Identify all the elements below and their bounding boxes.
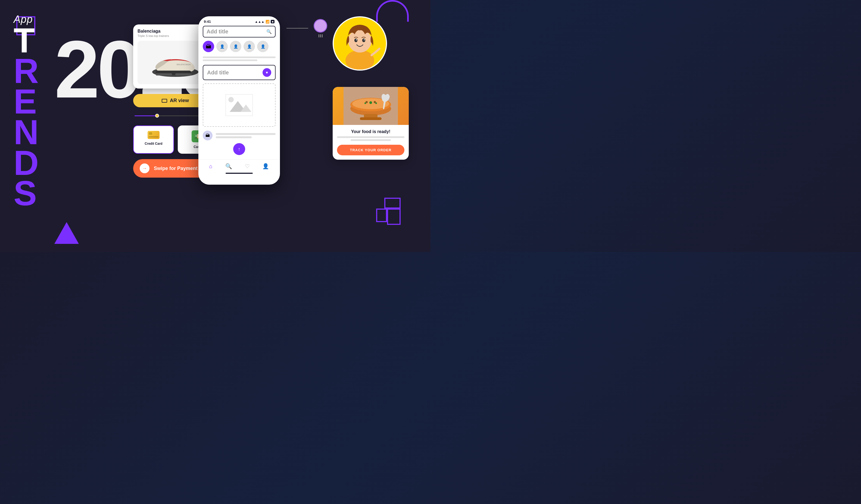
svg-point-12 <box>354 39 358 42</box>
text-n: N <box>14 117 100 148</box>
ar-corners-icon <box>162 99 167 103</box>
shoe-svg: BALENCIAGA <box>148 45 203 80</box>
food-card: Your food is ready! TRACK YOUR ORDER <box>333 87 409 160</box>
profile-avatar-svg <box>334 16 386 71</box>
food-card-content: Your food is ready! TRACK YOUR ORDER <box>333 125 409 160</box>
avatar-5[interactable]: 👤 <box>257 41 269 52</box>
phone-home-indicator <box>226 173 253 174</box>
svg-rect-26 <box>360 117 382 120</box>
phone-title-placeholder: Add title <box>207 70 229 76</box>
search-icon[interactable]: 🔍 <box>266 29 272 34</box>
phone-search-bar[interactable]: Add title 🔍 <box>203 26 276 38</box>
avatar-2[interactable]: 👤 <box>216 41 228 52</box>
nav-search-icon[interactable]: 🔍 <box>225 163 232 169</box>
svg-point-23 <box>366 101 368 103</box>
nav-heart-icon[interactable]: ♡ <box>245 163 250 169</box>
food-line-2 <box>351 139 391 141</box>
avatar-3[interactable]: 👤 <box>230 41 241 52</box>
food-svg <box>343 87 398 125</box>
food-image <box>333 87 409 125</box>
credit-card-option[interactable]: Credit Card <box>133 125 174 154</box>
text-s: S <box>14 178 100 209</box>
svg-point-10 <box>345 50 374 71</box>
bulb-icon <box>314 19 327 32</box>
placeholder-image-icon <box>226 94 253 116</box>
phone-time: 9:41 <box>204 19 211 24</box>
food-line-1 <box>337 136 405 138</box>
svg-point-8 <box>228 97 234 102</box>
swipe-button-label: Swipe for Payment <box>154 166 197 171</box>
nav-home-icon[interactable]: ⌂ <box>209 163 212 169</box>
svg-rect-3 <box>175 73 192 75</box>
content-row: 🏔 <box>203 131 276 140</box>
slider-thumb <box>155 114 159 117</box>
image-placeholder <box>203 83 276 127</box>
profile-photo <box>333 16 387 71</box>
search-placeholder: Add title <box>207 29 264 35</box>
shoe-brand: Balenciaga <box>137 29 169 34</box>
triangle-decoration <box>54 222 79 244</box>
credit-card-icon <box>148 131 160 139</box>
avatar-active[interactable]: 🏔 <box>203 41 214 52</box>
svg-point-14 <box>356 39 357 40</box>
heart-icon[interactable]: ♥ <box>262 68 271 77</box>
phone-title-card: Add title ♥ <box>203 65 276 80</box>
track-order-button[interactable]: TRACK YOUR ORDER <box>337 145 405 155</box>
phone-content: Add title 🔍 🏔 👤 👤 👤 👤 <box>199 26 280 140</box>
svg-point-13 <box>362 39 366 42</box>
svg-point-24 <box>374 101 376 103</box>
phone-fab-button[interactable]: ↑ <box>233 143 245 155</box>
swipe-arrow-icon: → <box>140 164 150 173</box>
phone-status-bar: 9:41 ▲▲▲ 📶 ■ <box>199 16 280 26</box>
wifi-icon: 📶 <box>265 20 270 24</box>
svg-point-20 <box>369 101 372 104</box>
food-ready-label: Your food is ready! <box>337 129 405 134</box>
avatar-row: 🏔 👤 👤 👤 👤 <box>203 41 276 52</box>
svg-point-15 <box>364 39 365 40</box>
light-bulb-decoration: ← <box>275 19 327 38</box>
content-lines <box>216 133 276 138</box>
shoe-model: Triple S low-top trainers <box>137 34 169 38</box>
phone-mockup: 9:41 ▲▲▲ 📶 ■ Add title 🔍 🏔 👤 👤 👤 <box>199 16 280 185</box>
content-avatar: 🏔 <box>203 131 213 140</box>
phone-nav: ⌂ 🔍 ♡ 👤 <box>199 159 280 172</box>
svg-text:BALENCIAGA: BALENCIAGA <box>177 63 191 66</box>
content-line-1 <box>216 133 276 135</box>
nav-profile-icon[interactable]: 👤 <box>262 163 269 169</box>
deco-squares-right <box>376 198 409 230</box>
content-line-2 <box>216 136 252 138</box>
avatar-4[interactable]: 👤 <box>244 41 255 52</box>
svg-rect-2 <box>156 73 172 75</box>
food-lines <box>337 136 405 141</box>
slider-track <box>135 115 208 116</box>
battery-icon: ■ <box>271 20 274 23</box>
signal-icon: ▲▲▲ <box>255 20 264 24</box>
status-icons: ▲▲▲ 📶 ■ <box>255 20 274 24</box>
ar-button-label: AR view <box>170 98 189 103</box>
credit-card-label: Credit Card <box>145 142 162 145</box>
